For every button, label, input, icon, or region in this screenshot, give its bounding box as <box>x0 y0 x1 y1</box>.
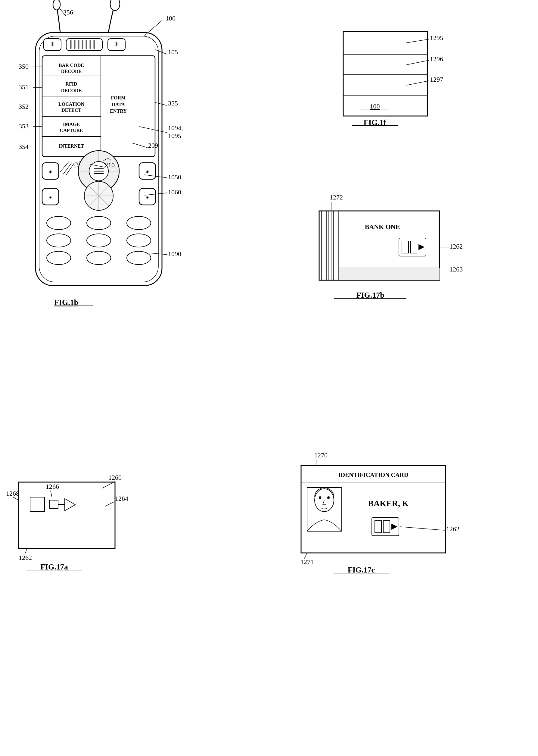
svg-text:BAR CODE: BAR CODE <box>59 63 84 68</box>
svg-text:355: 355 <box>168 99 178 107</box>
svg-text:RFID: RFID <box>65 81 77 87</box>
svg-rect-164 <box>383 521 390 533</box>
svg-text:1264: 1264 <box>115 495 128 502</box>
svg-text:1266: 1266 <box>46 483 59 490</box>
svg-line-66 <box>66 163 74 175</box>
svg-text:FIG.1b: FIG.1b <box>54 298 78 307</box>
svg-text:351: 351 <box>19 83 28 91</box>
svg-line-65 <box>63 163 72 174</box>
svg-rect-139 <box>50 500 58 509</box>
svg-rect-4 <box>44 38 61 51</box>
svg-point-57 <box>127 216 151 229</box>
svg-text:100: 100 <box>370 102 380 110</box>
svg-rect-137 <box>19 482 115 548</box>
svg-text:1297: 1297 <box>430 76 443 83</box>
svg-line-105 <box>406 60 429 65</box>
svg-line-89 <box>90 164 105 167</box>
svg-rect-124 <box>339 268 440 280</box>
svg-line-68 <box>155 50 167 54</box>
svg-point-39 <box>78 151 119 192</box>
svg-text:1268: 1268 <box>6 490 19 497</box>
svg-point-62 <box>87 251 111 265</box>
svg-line-146 <box>51 490 52 497</box>
svg-point-42 <box>89 161 108 181</box>
svg-text:ENTRY: ENTRY <box>110 108 127 114</box>
svg-text:1094,: 1094, <box>168 124 183 132</box>
svg-line-52 <box>88 186 109 206</box>
svg-rect-35 <box>42 163 59 179</box>
svg-rect-163 <box>375 521 381 533</box>
svg-point-61 <box>47 251 71 265</box>
svg-text:LOCATION: LOCATION <box>58 101 84 107</box>
svg-point-60 <box>127 234 151 247</box>
svg-text:FIG.17b: FIG.17b <box>356 291 384 299</box>
svg-point-56 <box>87 216 111 229</box>
svg-rect-162 <box>372 518 399 536</box>
svg-text:DATA: DATA <box>112 102 125 107</box>
svg-rect-114 <box>319 211 339 280</box>
svg-text:352: 352 <box>19 103 28 110</box>
svg-text:✳: ✳ <box>114 40 119 48</box>
svg-text:210: 210 <box>105 161 115 169</box>
svg-text:1262: 1262 <box>446 525 459 533</box>
svg-text:1050: 1050 <box>168 173 181 181</box>
svg-rect-37 <box>139 163 156 179</box>
svg-line-67 <box>144 21 162 35</box>
svg-text:350: 350 <box>19 63 28 70</box>
svg-point-2 <box>53 0 60 10</box>
svg-text:BAKER, K: BAKER, K <box>368 499 409 508</box>
svg-text:INTERNET: INTERNET <box>59 144 84 149</box>
svg-text:IMAGE: IMAGE <box>63 122 80 127</box>
svg-rect-99 <box>343 31 427 116</box>
svg-text:FIG.17c: FIG.17c <box>348 566 375 574</box>
svg-rect-6 <box>66 38 102 51</box>
svg-text:✳: ✳ <box>50 40 55 48</box>
svg-text:354: 354 <box>19 143 28 150</box>
svg-rect-154 <box>301 466 446 553</box>
svg-line-150 <box>25 548 27 554</box>
svg-marker-141 <box>65 499 75 511</box>
svg-line-95 <box>151 253 167 255</box>
svg-text:209: 209 <box>148 142 158 149</box>
svg-line-84 <box>139 127 167 133</box>
svg-rect-14 <box>108 38 125 51</box>
svg-text:DECODE: DECODE <box>61 88 81 93</box>
svg-line-64 <box>60 161 69 172</box>
svg-text:1272: 1272 <box>330 193 343 201</box>
svg-text:1095: 1095 <box>168 132 181 140</box>
svg-text:FORM: FORM <box>111 95 126 100</box>
svg-text:353: 353 <box>19 122 28 130</box>
svg-text:◈: ◈ <box>146 195 149 200</box>
svg-line-170 <box>400 527 445 530</box>
svg-rect-46 <box>42 188 59 205</box>
svg-point-59 <box>87 234 111 247</box>
svg-line-87 <box>133 143 147 148</box>
svg-rect-48 <box>139 188 156 205</box>
svg-text:1295: 1295 <box>430 34 443 41</box>
svg-rect-113 <box>319 211 440 280</box>
svg-line-107 <box>406 81 429 85</box>
svg-rect-0 <box>35 32 162 285</box>
svg-text:356: 356 <box>63 8 73 16</box>
svg-text:1271: 1271 <box>300 558 314 566</box>
svg-point-160 <box>327 496 330 499</box>
svg-text:IDENTIFICATION CARD: IDENTIFICATION CARD <box>338 472 408 478</box>
svg-rect-127 <box>410 241 417 253</box>
svg-marker-128 <box>418 244 424 250</box>
svg-text:DETECT: DETECT <box>61 107 81 113</box>
svg-point-3 <box>110 0 120 11</box>
svg-line-142 <box>102 481 115 488</box>
svg-point-58 <box>47 234 71 247</box>
page: ✳ ✳ BAR CODE DECODE RFID DECODE LOCATION… <box>0 0 538 756</box>
svg-text:1060: 1060 <box>168 188 181 196</box>
ref-100-label: 100 <box>166 15 176 22</box>
svg-line-148 <box>105 502 114 506</box>
svg-text:105: 105 <box>168 48 178 56</box>
svg-line-91 <box>144 175 167 178</box>
svg-text:1263: 1263 <box>450 266 463 273</box>
svg-rect-125 <box>399 238 426 256</box>
svg-point-158 <box>315 489 334 512</box>
svg-point-63 <box>127 251 151 265</box>
svg-point-159 <box>319 496 321 499</box>
svg-rect-138 <box>30 497 45 512</box>
